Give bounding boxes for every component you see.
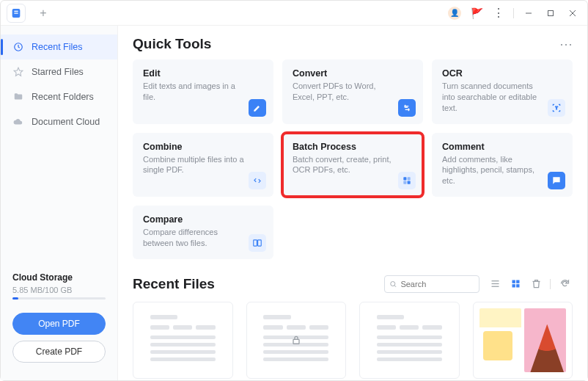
sidebar-item-label: Starred Files (32, 67, 84, 77)
combine-icon (249, 172, 266, 189)
sidebar-item-starred-files[interactable]: Starred Files (1, 59, 117, 84)
minimize-button[interactable] (518, 3, 539, 23)
svg-rect-12 (403, 181, 406, 184)
sidebar-bottom: Cloud Storage 5.85 MB/100 GB Open PDF Cr… (1, 262, 117, 380)
clock-icon (12, 41, 24, 53)
grid-view-icon[interactable] (507, 276, 523, 292)
svg-rect-23 (512, 284, 515, 287)
doc-placeholder-icon (377, 315, 442, 365)
tool-title: Comment (442, 142, 562, 152)
tool-card-combine[interactable]: Combine Combine multiple files into a si… (133, 133, 273, 197)
sidebar: Recent Files Starred Files Recent Folder… (1, 26, 118, 380)
sidebar-item-document-cloud[interactable]: Document Cloud (1, 109, 117, 134)
svg-rect-11 (408, 177, 411, 180)
sidebar-item-label: Document Cloud (32, 117, 100, 127)
tool-title: Batch Process (293, 142, 413, 152)
quick-tools-grid: Edit Edit texts and images in a file. Co… (133, 59, 573, 259)
titlebar: + 👤 🚩 ⋮ (1, 1, 587, 26)
search-icon (389, 280, 397, 289)
new-tab-button[interactable]: + (33, 3, 54, 23)
star-icon (12, 66, 24, 78)
tool-card-edit[interactable]: Edit Edit texts and images in a file. (133, 59, 273, 124)
tool-card-batch-process[interactable]: Batch Process Batch convert, create, pri… (282, 133, 423, 197)
tool-desc: Turn scanned documents into searchable o… (442, 81, 545, 114)
svg-point-16 (391, 281, 395, 286)
user-avatar[interactable]: 👤 (444, 3, 465, 23)
ocr-icon: T (548, 99, 565, 117)
quick-tools-header: Quick Tools ⋯ (133, 36, 573, 52)
create-pdf-button[interactable]: Create PDF (12, 341, 106, 363)
sidebar-item-label: Recent Folders (32, 92, 94, 102)
delete-icon[interactable] (528, 276, 544, 292)
sidebar-item-recent-folders[interactable]: Recent Folders (1, 84, 117, 109)
content-area: Quick Tools ⋯ Edit Edit texts and images… (118, 26, 587, 380)
recent-files-header: Recent Files (133, 275, 573, 293)
svg-rect-21 (512, 280, 515, 283)
notification-icon[interactable]: 🚩 (466, 3, 487, 23)
svg-marker-8 (14, 68, 23, 76)
svg-text:T: T (555, 105, 558, 109)
open-pdf-button[interactable]: Open PDF (12, 313, 106, 335)
tool-desc: Add comments, like highlights, pencil, s… (442, 154, 545, 187)
tool-desc: Convert PDFs to Word, Excel, PPT, etc. (293, 81, 395, 103)
svg-line-17 (394, 285, 396, 286)
svg-rect-1 (14, 10, 18, 11)
cloud-storage-bar (12, 297, 106, 300)
cloud-icon (12, 116, 24, 128)
svg-rect-13 (408, 181, 411, 184)
view-toolbar (487, 276, 573, 292)
recent-files-heading: Recent Files (133, 276, 377, 292)
tool-card-convert[interactable]: Convert Convert PDFs to Word, Excel, PPT… (282, 59, 423, 124)
tool-title: Compare (143, 214, 263, 225)
svg-rect-14 (254, 240, 257, 246)
convert-icon (398, 99, 416, 117)
sidebar-item-label: Recent Files (32, 42, 82, 52)
svg-rect-22 (516, 280, 519, 283)
title-controls: 👤 🚩 ⋮ (444, 3, 583, 23)
doc-placeholder-icon (150, 315, 216, 365)
maximize-button[interactable] (540, 3, 561, 23)
tool-title: Combine (143, 142, 263, 152)
app-window: + 👤 🚩 ⋮ Recent Files Starred Files Rece (0, 0, 588, 381)
svg-rect-4 (548, 10, 554, 15)
svg-rect-10 (403, 177, 406, 180)
list-view-icon[interactable] (487, 276, 503, 292)
quick-tools-heading: Quick Tools (133, 36, 211, 52)
svg-rect-2 (14, 12, 18, 13)
folder-icon (12, 91, 24, 103)
tool-desc: Edit texts and images in a file. (143, 81, 246, 103)
edit-icon (249, 99, 266, 117)
tool-title: OCR (442, 68, 562, 79)
file-card[interactable] (359, 302, 460, 379)
recent-files-grid (133, 302, 573, 379)
svg-rect-25 (293, 340, 299, 344)
file-card[interactable] (246, 302, 347, 379)
search-input[interactable] (400, 280, 474, 289)
compare-icon (249, 234, 266, 252)
refresh-icon[interactable] (556, 276, 573, 292)
close-button[interactable] (562, 3, 583, 23)
tool-card-comment[interactable]: Comment Add comments, like highlights, p… (432, 133, 573, 197)
tool-title: Edit (143, 68, 263, 79)
file-card[interactable] (473, 302, 573, 379)
svg-rect-24 (516, 284, 519, 287)
tool-title: Convert (293, 68, 413, 79)
batch-icon (398, 172, 416, 189)
file-thumbnail (474, 302, 573, 378)
cloud-storage-usage: 5.85 MB/100 GB (12, 286, 106, 294)
tool-desc: Batch convert, create, print, OCR PDFs, … (293, 154, 395, 176)
tool-card-compare[interactable]: Compare Compare differences between two … (133, 206, 273, 259)
svg-rect-15 (258, 240, 262, 246)
file-card[interactable] (133, 302, 233, 379)
kebab-menu-icon[interactable]: ⋮ (488, 3, 509, 23)
app-logo[interactable] (7, 4, 26, 23)
cloud-storage-title: Cloud Storage (12, 272, 106, 283)
tool-desc: Compare differences between two files. (143, 227, 246, 249)
tool-desc: Combine multiple files into a single PDF… (143, 154, 246, 176)
sidebar-item-recent-files[interactable]: Recent Files (1, 35, 117, 59)
lock-icon (290, 334, 302, 346)
main-area: Recent Files Starred Files Recent Folder… (1, 26, 587, 380)
quick-tools-more-icon[interactable]: ⋯ (559, 40, 573, 48)
search-box[interactable] (384, 275, 479, 293)
tool-card-ocr[interactable]: OCR Turn scanned documents into searchab… (432, 59, 573, 124)
